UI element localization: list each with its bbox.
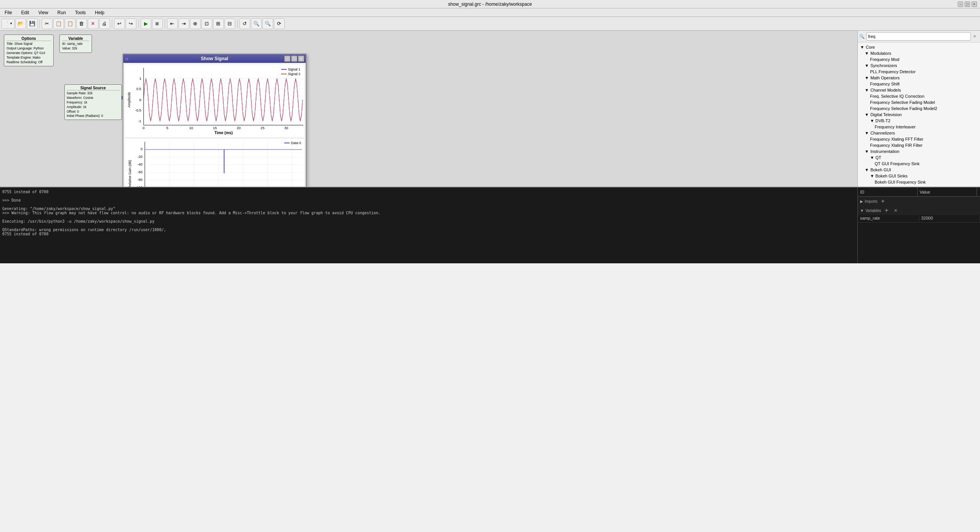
tree-qt-gui-freq-sink[interactable]: QT GUI Frequency Sink	[858, 161, 980, 167]
canvas-area[interactable]: Options Title: Show Signal Output Langua…	[0, 31, 857, 187]
tree-core[interactable]: ▼ Core	[858, 44, 980, 50]
tree-modulators[interactable]: ▼ Modulators	[858, 50, 980, 56]
channelizers-label: Channelizers	[870, 131, 895, 135]
properties-panel: ID Value ▶ Imports + ▼ Variables + × sam…	[857, 187, 980, 263]
minimize-button[interactable]: −	[958, 2, 963, 7]
menu-edit[interactable]: Edit	[18, 9, 32, 16]
tree-bokeh-sinks[interactable]: ▼ Bokeh GUI Sinks	[858, 173, 980, 179]
stop-button[interactable]: ⏹	[152, 18, 163, 29]
zoom-fit-button[interactable]: ⟳	[274, 18, 285, 29]
signal-win-minimize[interactable]: −	[284, 56, 290, 62]
svg-text:Relative Gain (dB): Relative Gain (dB)	[128, 160, 132, 187]
zoom-out-button[interactable]: 🔍	[262, 18, 273, 29]
search-clear-button[interactable]: ×	[971, 33, 978, 40]
print-button[interactable]: 🖨	[99, 18, 110, 29]
signal-window-label: Show Signal	[201, 56, 228, 61]
console-line-2	[2, 194, 855, 198]
tree-pll-freq-detector[interactable]: PLL Frequency Detector	[858, 69, 980, 75]
menu-file[interactable]: File	[2, 9, 15, 16]
errors-button[interactable]: ✕	[88, 18, 98, 29]
tree-freq-xlating-fir[interactable]: Frequency Xlating FIR Filter	[858, 142, 980, 148]
run-button[interactable]: ▶	[141, 18, 151, 29]
menu-run[interactable]: Run	[54, 9, 69, 16]
options-block[interactable]: Options Title: Show Signal Output Langua…	[4, 34, 54, 66]
route-button[interactable]: ⊡	[202, 18, 212, 29]
legend-signal1-label: Signal 1	[288, 67, 300, 71]
expand-button[interactable]: ⊞	[213, 18, 224, 29]
menu-help[interactable]: Help	[92, 9, 108, 16]
console-line-1: 0755 instead of 0700	[2, 190, 855, 194]
signal-source-row-6: Initial Phase (Radians): 0	[67, 114, 120, 118]
close-button[interactable]: ×	[972, 2, 977, 7]
signal-window-title[interactable]: □ Show Signal − □ ×	[123, 54, 306, 63]
undo-button[interactable]: ↩	[114, 18, 125, 29]
digital-tv-arrow: ▼	[865, 112, 869, 117]
dvbt2-arrow: ▼	[870, 118, 874, 123]
tree-synchronizers[interactable]: ▼ Synchronizers	[858, 62, 980, 69]
tree-digital-tv[interactable]: ▼ Digital Television	[858, 112, 980, 118]
maximize-button[interactable]: □	[965, 2, 970, 7]
variables-arrow: ▼	[860, 209, 864, 213]
signal-win-maximize[interactable]: □	[291, 56, 297, 62]
tree-instrumentation[interactable]: ▼ Instrumentation	[858, 148, 980, 154]
tree-dvbt2[interactable]: ▼ DVB-T2	[858, 118, 980, 124]
tree-freq-xlating-fft[interactable]: Frequency Xlating FFT Filter	[858, 136, 980, 142]
tree-frequency-shift[interactable]: Frequency Shift	[858, 81, 980, 87]
tree-bokeh-gui[interactable]: ▼ Bokeh GUI	[858, 167, 980, 173]
tree-qt[interactable]: ▼ QT	[858, 154, 980, 161]
variable-row-2: Value: 32k	[62, 46, 89, 51]
svg-text:20: 20	[237, 126, 241, 130]
new-dropdown[interactable]: 📄 ▼	[2, 19, 15, 29]
tree-freq-selective-fading[interactable]: Frequency Selective Fading Model	[858, 99, 980, 105]
time-chart-svg: 1 0.5 0 -0.5 -1 0 5 10 15 20 25 30 Ampli…	[125, 64, 304, 137]
tree-frequency-mod[interactable]: Frequency Mod	[858, 56, 980, 62]
variable-value-cell: 32000	[919, 215, 980, 222]
redo-button[interactable]: ↪	[126, 18, 136, 29]
variable-samp-rate-row: samp_rate 32000	[858, 215, 980, 223]
new-arrow: ▼	[10, 22, 13, 25]
tree-freq-interleaver[interactable]: Frequency Interleaver	[858, 124, 980, 130]
collapse-button[interactable]: ⊟	[225, 18, 235, 29]
svg-text:Amplitude: Amplitude	[127, 92, 131, 108]
bokeh-arrow: ▼	[865, 167, 869, 172]
paste-button[interactable]: 📋	[65, 18, 75, 29]
console-output[interactable]: 0755 instead of 0700 >>> Done Generating…	[0, 187, 857, 263]
add-variable-button[interactable]: +	[883, 207, 890, 214]
variables-label: Variables	[865, 209, 881, 213]
signal-source-block[interactable]: Signal Source Sample Rate: 32k Waveform:…	[64, 84, 122, 120]
svg-text:15: 15	[213, 126, 217, 130]
tree-freq-iq-correction[interactable]: Freq. Selective IQ Correction	[858, 93, 980, 99]
toolbar: 📄 ▼ 📂 💾 ✂ 📋 📋 🗑 ✕ 🖨 ↩ ↪ ▶ ⏹ ⇤ ⇥ ⊕ ⊡ ⊞ ⊟ …	[0, 17, 980, 31]
menu-tools[interactable]: Tools	[72, 9, 89, 16]
svg-text:-0.5: -0.5	[135, 108, 141, 112]
delete-button[interactable]: 🗑	[76, 18, 87, 29]
search-input[interactable]	[866, 32, 971, 41]
block-tree: ▼ Core ▼ Modulators Frequency Mod ▼ Sync…	[858, 43, 980, 187]
svg-text:-80: -80	[138, 178, 143, 182]
add-import-button[interactable]: +	[879, 197, 887, 205]
core-label: Core	[866, 45, 875, 49]
signal-win-close[interactable]: ×	[298, 56, 304, 62]
rotate-button[interactable]: ↺	[239, 18, 250, 29]
tree-freq-selective-fading2[interactable]: Frequency Selective Fading Model2	[858, 105, 980, 112]
variable-block[interactable]: Variable ID: samp_rate Value: 32k	[59, 34, 92, 53]
menu-view[interactable]: View	[35, 9, 51, 16]
tree-channel-models[interactable]: ▼ Channel Models	[858, 87, 980, 93]
insert-button[interactable]: ⊕	[190, 18, 201, 29]
time-chart-legend: Signal 1 Signal 2	[281, 67, 300, 76]
align-right[interactable]: ⇥	[179, 18, 189, 29]
close-variable-button[interactable]: ×	[892, 207, 900, 214]
console-line-4	[2, 202, 855, 207]
options-row-4: Template Engine: Mako	[7, 56, 51, 60]
tree-channelizers[interactable]: ▼ Channelizers	[858, 130, 980, 136]
align-left[interactable]: ⇤	[167, 18, 178, 29]
signal-window-icon: □	[126, 57, 128, 61]
zoom-in-button[interactable]: 🔍	[251, 18, 262, 29]
options-row-3: Generate Options: QT GUI	[7, 51, 51, 56]
tree-bokeh-freq-sink[interactable]: Bokeh GUI Frequency Sink	[858, 179, 980, 185]
cut-button[interactable]: ✂	[42, 18, 52, 29]
open-button[interactable]: 📂	[15, 18, 26, 29]
tree-math-operators[interactable]: ▼ Math Operators	[858, 75, 980, 81]
save-button[interactable]: 💾	[27, 18, 38, 29]
copy-button[interactable]: 📋	[53, 18, 64, 29]
